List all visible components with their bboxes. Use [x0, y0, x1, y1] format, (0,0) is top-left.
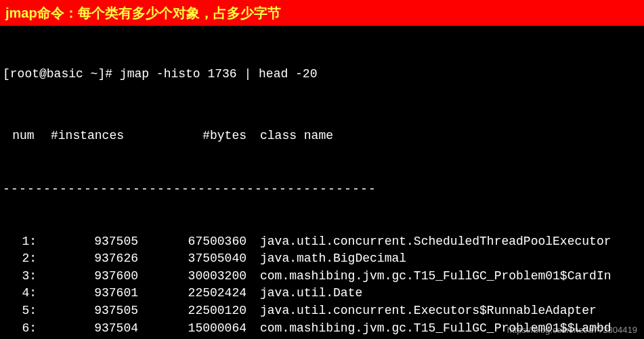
table-row: 2:93762637505040java.math.BigDecimal — [3, 250, 641, 268]
cell-num: 4: — [3, 285, 37, 302]
table-header: num#instances#bytesclass name — [3, 127, 641, 145]
table-row: 5:93750522500120java.util.concurrent.Exe… — [3, 302, 641, 320]
cell-bytes: 30003200 — [138, 268, 246, 285]
cell-instances: 937505 — [37, 233, 138, 251]
cell-bytes: 37505040 — [138, 250, 246, 268]
cell-num: 5: — [3, 302, 37, 320]
cell-classname: java.math.BigDecimal — [246, 250, 406, 268]
col-header-num: num — [3, 127, 37, 145]
cell-instances: 937601 — [37, 285, 138, 302]
command-prompt: [root@basic ~]# jmap -histo 1736 | head … — [3, 66, 641, 83]
cell-instances: 937505 — [37, 302, 138, 320]
cell-bytes: 22500120 — [138, 302, 246, 320]
cell-instances: 937600 — [37, 268, 138, 285]
cell-bytes: 15000064 — [138, 320, 246, 338]
cell-num: 2: — [3, 250, 37, 268]
table-row: 4:93760122502424java.util.Date — [3, 285, 641, 302]
cell-num: 3: — [3, 268, 37, 285]
cell-bytes: 22502424 — [138, 285, 246, 302]
cell-classname: java.util.concurrent.Executors$RunnableA… — [246, 302, 597, 320]
col-header-classname: class name — [246, 127, 333, 145]
cell-num: 6: — [3, 320, 37, 338]
table-row: 3:93760030003200com.mashibing.jvm.gc.T15… — [3, 268, 641, 285]
header-banner: jmap命令：每个类有多少个对象，占多少字节 — [0, 0, 644, 26]
table-row: 1:93750567500360java.util.concurrent.Sch… — [3, 233, 641, 251]
col-header-instances: #instances — [37, 127, 138, 145]
divider-line: ----------------------------------------… — [3, 181, 641, 199]
watermark: https://blog.csdn.net/a772304419 — [507, 325, 637, 335]
cell-instances: 937504 — [37, 320, 138, 338]
col-header-bytes: #bytes — [138, 127, 246, 145]
cell-num: 1: — [3, 233, 37, 251]
cell-classname: java.util.Date — [246, 285, 362, 302]
terminal-output: [root@basic ~]# jmap -histo 1736 | head … — [0, 26, 644, 339]
cell-bytes: 67500360 — [138, 233, 246, 251]
cell-classname: java.util.concurrent.ScheduledThreadPool… — [246, 233, 611, 251]
cell-classname: com.mashibing.jvm.gc.T15_FullGC_Problem0… — [246, 268, 611, 285]
table-body: 1:93750567500360java.util.concurrent.Sch… — [3, 233, 641, 339]
cell-instances: 937626 — [37, 250, 138, 268]
banner-text: jmap命令：每个类有多少个对象，占多少字节 — [5, 4, 281, 22]
